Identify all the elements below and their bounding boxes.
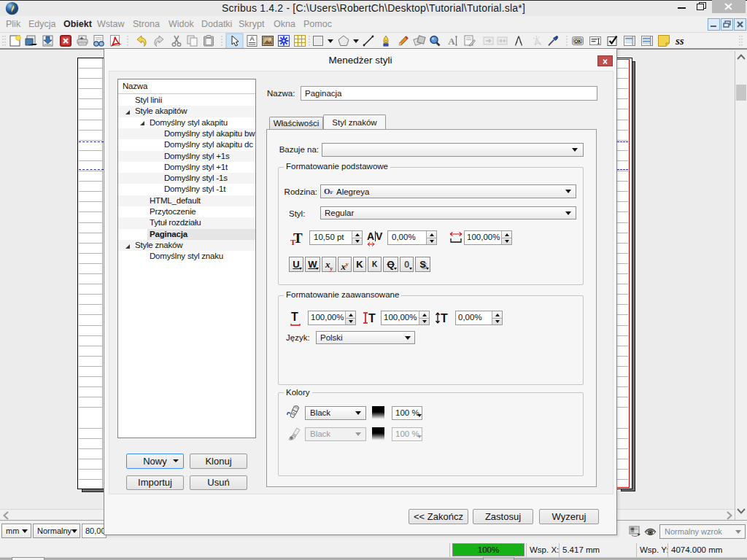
svg-text:T: T	[368, 312, 376, 324]
svg-text:T: T	[441, 312, 448, 324]
svg-text:ss: ss	[675, 35, 684, 47]
svg-text:A: A	[448, 36, 455, 47]
svg-text:V: V	[376, 230, 383, 242]
svg-text:OK: OK	[574, 39, 581, 44]
svg-text:A: A	[367, 230, 374, 242]
svg-text:A: A	[249, 35, 254, 42]
svg-text:T: T	[290, 238, 296, 246]
svg-text:T: T	[291, 311, 298, 323]
